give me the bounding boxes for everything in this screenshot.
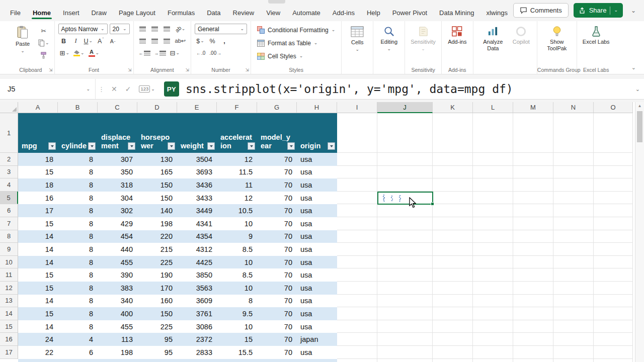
column-header-C[interactable]: C: [98, 102, 137, 113]
cell-H15[interactable]: usa: [297, 320, 337, 333]
cell-B6[interactable]: 8: [58, 204, 98, 217]
cell-C15[interactable]: 455: [98, 320, 137, 333]
cell-E18[interactable]: [177, 359, 217, 362]
decrease-indent-button[interactable]: ←: [137, 48, 152, 58]
cut-button[interactable]: ✂: [37, 26, 51, 36]
cell-I18[interactable]: [337, 359, 377, 362]
cell-K9[interactable]: [433, 243, 473, 256]
bold-button[interactable]: B: [58, 36, 69, 46]
show-toolpak-button[interactable]: Show ToolPak: [541, 24, 573, 51]
cell-C13[interactable]: 340: [98, 295, 137, 308]
column-header-D[interactable]: D: [137, 102, 177, 113]
cell-O9[interactable]: [594, 243, 633, 256]
cell-H2[interactable]: usa: [297, 153, 337, 166]
sensitivity-button[interactable]: Sensitivity ⌄: [409, 24, 438, 51]
cell-A10[interactable]: 14: [18, 256, 58, 269]
increase-font-button[interactable]: Aˆ: [95, 36, 106, 46]
select-all-corner[interactable]: [0, 102, 18, 113]
paste-button[interactable]: Paste ⌄: [11, 24, 35, 53]
cell-F18[interactable]: [217, 359, 257, 362]
tab-data[interactable]: Data: [201, 9, 226, 21]
cell-I4[interactable]: [337, 178, 377, 192]
cell-J15[interactable]: [377, 320, 433, 333]
align-center-button[interactable]: [149, 36, 160, 46]
cell-I15[interactable]: [337, 320, 377, 333]
selected-cell-J5[interactable]: [377, 192, 433, 205]
cell-G16[interactable]: 70: [257, 333, 297, 346]
cell-B12[interactable]: 8: [58, 282, 98, 295]
format-painter-button[interactable]: [37, 50, 51, 60]
column-header-O[interactable]: O: [594, 102, 633, 113]
cell-K6[interactable]: [433, 204, 473, 217]
cell-B18[interactable]: [58, 359, 98, 362]
cell-I8[interactable]: [337, 230, 377, 243]
conditional-formatting-button[interactable]: Conditional Formatting⌄: [255, 24, 338, 36]
cell-F16[interactable]: 15: [217, 333, 257, 346]
cell-H13[interactable]: usa: [297, 295, 337, 308]
font-color-button[interactable]: A ⌄: [87, 48, 101, 58]
filter-button[interactable]: [88, 142, 96, 150]
cell-D14[interactable]: 150: [137, 307, 177, 320]
percent-style-button[interactable]: %: [207, 36, 218, 46]
cell-G12[interactable]: 70: [257, 282, 297, 295]
formula-input[interactable]: sns.stripplot(x='origin', y='mpg', data=…: [186, 82, 631, 96]
cell-N1[interactable]: [553, 113, 594, 153]
cell-J16[interactable]: [377, 333, 433, 346]
tab-file[interactable]: File: [4, 9, 27, 21]
cell-styles-button[interactable]: Cell Styles⌄: [255, 50, 338, 62]
cell-H12[interactable]: usa: [297, 282, 337, 295]
cell-O12[interactable]: [594, 282, 633, 295]
cell-L4[interactable]: [473, 178, 513, 192]
cell-E11[interactable]: 3850: [177, 268, 217, 282]
cell-D6[interactable]: 140: [137, 204, 177, 217]
tab-view[interactable]: View: [260, 9, 286, 21]
editing-button[interactable]: Editing ⌄: [377, 24, 401, 51]
cell-K2[interactable]: [433, 153, 473, 166]
decrease-font-button[interactable]: Aˇ: [107, 36, 118, 46]
row-header-7[interactable]: 7: [0, 217, 18, 230]
cell-D2[interactable]: 130: [137, 153, 177, 166]
cell-O8[interactable]: [594, 230, 633, 243]
cell-I3[interactable]: [337, 166, 377, 179]
cell-H3[interactable]: usa: [297, 166, 337, 179]
cell-G9[interactable]: 70: [257, 243, 297, 256]
cell-B8[interactable]: 8: [58, 230, 98, 243]
cell-F14[interactable]: 9.5: [217, 307, 257, 320]
cell-O14[interactable]: [594, 307, 633, 320]
cell-E14[interactable]: 3761: [177, 307, 217, 320]
cell-C2[interactable]: 307: [98, 153, 137, 166]
column-header-J[interactable]: J: [377, 102, 433, 113]
column-header-I[interactable]: I: [337, 102, 377, 113]
cell-O13[interactable]: [594, 295, 633, 308]
name-box[interactable]: J5 ⌄: [0, 79, 96, 99]
cell-O11[interactable]: [594, 268, 633, 282]
cell-L13[interactable]: [473, 295, 513, 308]
cell-C5[interactable]: 304: [98, 192, 137, 205]
cell-F9[interactable]: 8.5: [217, 243, 257, 256]
cell-J12[interactable]: [377, 282, 433, 295]
cell-G3[interactable]: 70: [257, 166, 297, 179]
cell-I12[interactable]: [337, 282, 377, 295]
cell-H11[interactable]: usa: [297, 268, 337, 282]
align-right-button[interactable]: [162, 36, 173, 46]
ribbon-options-chevron-icon[interactable]: ⌄: [628, 7, 639, 14]
cell-E9[interactable]: 4312: [177, 243, 217, 256]
cell-K10[interactable]: [433, 256, 473, 269]
cell-N3[interactable]: [553, 166, 594, 179]
number-format-select[interactable]: General⌄: [195, 24, 247, 34]
cell-A4[interactable]: 18: [18, 178, 58, 192]
enter-button[interactable]: ✓: [121, 79, 135, 99]
cell-E3[interactable]: 3693: [177, 166, 217, 179]
orientation-button[interactable]: ab⌄: [174, 24, 187, 34]
cell-C3[interactable]: 350: [98, 166, 137, 179]
cell-B11[interactable]: 8: [58, 268, 98, 282]
cell-M2[interactable]: [513, 153, 553, 166]
cell-A6[interactable]: 17: [18, 204, 58, 217]
cell-E17[interactable]: 2833: [177, 346, 217, 359]
cell-L11[interactable]: [473, 268, 513, 282]
row-header-9[interactable]: 9: [0, 243, 18, 256]
cell-C8[interactable]: 454: [98, 230, 137, 243]
cell-M11[interactable]: [513, 268, 553, 282]
cell-A9[interactable]: 14: [18, 243, 58, 256]
cell-E10[interactable]: 4425: [177, 256, 217, 269]
